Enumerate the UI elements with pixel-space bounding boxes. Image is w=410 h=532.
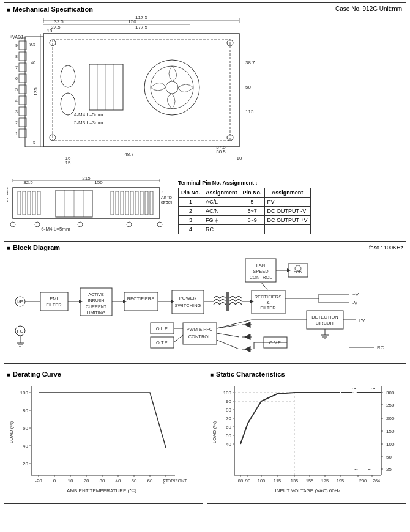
derating-chart: LOAD (%) 100 80 60 40 20 -20 0 10 [7, 380, 187, 500]
svg-text:115: 115 [274, 478, 281, 484]
svg-point-9 [61, 65, 75, 87]
svg-text:O.L.P.: O.L.P. [156, 326, 168, 331]
svg-text:PV: PV [359, 317, 365, 323]
svg-rect-114 [124, 292, 158, 311]
svg-text:50: 50 [386, 454, 392, 460]
svg-text:32.5: 32.5 [23, 180, 33, 185]
svg-text:40: 40 [23, 443, 28, 449]
svg-text:32.5: 32.5 [54, 19, 64, 24]
svg-text:+VADJ: +VADJ [10, 35, 23, 39]
svg-text:direction: direction [161, 200, 172, 204]
svg-text:40: 40 [31, 61, 35, 65]
svg-text:50: 50 [132, 478, 137, 484]
svg-text:9.5: 9.5 [29, 42, 35, 46]
svg-rect-69 [13, 188, 160, 218]
svg-text:60: 60 [226, 424, 231, 430]
svg-text:6: 6 [15, 76, 18, 81]
svg-text:7: 7 [15, 65, 18, 70]
svg-text:Air flow: Air flow [161, 195, 172, 199]
svg-rect-0 [43, 34, 239, 147]
svg-marker-117 [171, 300, 174, 303]
svg-text:9: 9 [15, 43, 18, 48]
svg-text:8: 8 [15, 54, 18, 59]
svg-rect-84 [135, 191, 138, 215]
svg-rect-147 [307, 311, 343, 329]
svg-text:FILTER: FILTER [46, 302, 62, 308]
svg-text:CIRCUIT: CIRCUIT [316, 320, 335, 326]
svg-text:RC: RC [377, 345, 384, 350]
svg-text:CURRENT: CURRENT [86, 305, 107, 309]
svg-text:195: 195 [337, 478, 345, 484]
svg-text:EMI: EMI [50, 296, 58, 301]
svg-text:19: 19 [47, 28, 53, 34]
svg-text:-V: -V [352, 300, 358, 306]
svg-line-185 [217, 333, 239, 337]
svg-text:100: 100 [386, 441, 395, 447]
svg-line-186 [217, 340, 239, 349]
svg-text:LOAD (%): LOAD (%) [212, 421, 217, 443]
svg-text:~: ~ [352, 385, 356, 392]
svg-rect-1 [53, 40, 230, 141]
svg-text:AMBIENT TEMPERATURE (℃): AMBIENT TEMPERATURE (℃) [67, 488, 136, 493]
svg-text:60: 60 [147, 478, 153, 484]
svg-text:100: 100 [20, 390, 29, 396]
svg-text:6-M4 L=5mm: 6-M4 L=5mm [41, 226, 70, 232]
svg-text:(HORIZONTAL): (HORIZONTAL) [163, 479, 187, 484]
svg-text:27.5: 27.5 [51, 24, 61, 30]
svg-rect-85 [140, 191, 143, 215]
svg-text:5-M3 L=3mm: 5-M3 L=3mm [74, 120, 103, 125]
svg-text:INPUT VOLTAGE (VAC) 60Hz: INPUT VOLTAGE (VAC) 60Hz [275, 488, 341, 493]
svg-text:LIMITING: LIMITING [87, 311, 105, 315]
static-chart: LOAD (%) 100 90 80 70 60 50 40 300 [210, 380, 400, 500]
svg-rect-118 [172, 290, 204, 314]
svg-text:230: 230 [359, 478, 367, 484]
svg-text:38.7: 38.7 [245, 60, 255, 65]
svg-text:POWER: POWER [179, 295, 197, 301]
svg-rect-87 [150, 191, 153, 215]
page: Mechanical Specification Case No. 912G U… [0, 0, 410, 506]
bottom-sections: Derating Curve LOAD (%) 100 80 60 40 20 [4, 368, 406, 504]
fosc-label: fosc : 100KHz [369, 245, 403, 251]
svg-text:ACTIVE: ACTIVE [88, 292, 104, 297]
svg-marker-138 [287, 268, 291, 272]
svg-text:O.T.P.: O.T.P. [156, 340, 168, 345]
svg-text:DETECTION: DETECTION [311, 314, 338, 320]
svg-rect-80 [116, 191, 119, 215]
svg-marker-113 [123, 300, 127, 303]
svg-text:5: 5 [15, 87, 18, 92]
svg-marker-106 [79, 300, 83, 303]
svg-text:90: 90 [226, 399, 231, 404]
svg-text:20: 20 [84, 478, 89, 484]
svg-point-89 [35, 222, 40, 227]
svg-text:60: 60 [23, 426, 28, 431]
svg-point-3 [151, 66, 193, 109]
svg-text:150: 150 [94, 180, 103, 185]
svg-text:CONTROL: CONTROL [250, 275, 272, 280]
svg-text:40: 40 [116, 478, 121, 484]
svg-text:5: 5 [33, 140, 35, 144]
svg-text:+V: +V [352, 292, 359, 297]
svg-text:215: 215 [82, 177, 91, 181]
svg-text:90: 90 [245, 478, 250, 484]
svg-text:2: 2 [15, 120, 18, 125]
svg-text:RECTIFIERS: RECTIFIERS [127, 296, 155, 301]
svg-text:150: 150 [386, 429, 395, 434]
svg-text:135: 135 [291, 478, 299, 484]
svg-text:115: 115 [245, 109, 254, 114]
svg-text:48.7: 48.7 [124, 152, 134, 157]
svg-point-4 [166, 81, 178, 94]
svg-text:80: 80 [23, 408, 28, 413]
svg-text:PWM & PFC: PWM & PFC [187, 327, 213, 332]
svg-rect-73 [32, 191, 35, 215]
svg-text:40: 40 [226, 441, 231, 447]
svg-text:100: 100 [258, 478, 266, 484]
svg-text:70: 70 [226, 416, 231, 421]
block-diagram-title: Block Diagram [7, 244, 60, 251]
svg-text:LOAD (%): LOAD (%) [9, 421, 14, 443]
svg-text:80: 80 [226, 407, 231, 413]
svg-text:1: 1 [15, 131, 18, 136]
svg-rect-72 [28, 191, 31, 215]
derating-section: Derating Curve LOAD (%) 100 80 60 40 20 [4, 368, 203, 504]
static-section: Static Characteristics LOAD (%) 100 90 8… [207, 368, 406, 504]
svg-text:155: 155 [306, 478, 314, 484]
